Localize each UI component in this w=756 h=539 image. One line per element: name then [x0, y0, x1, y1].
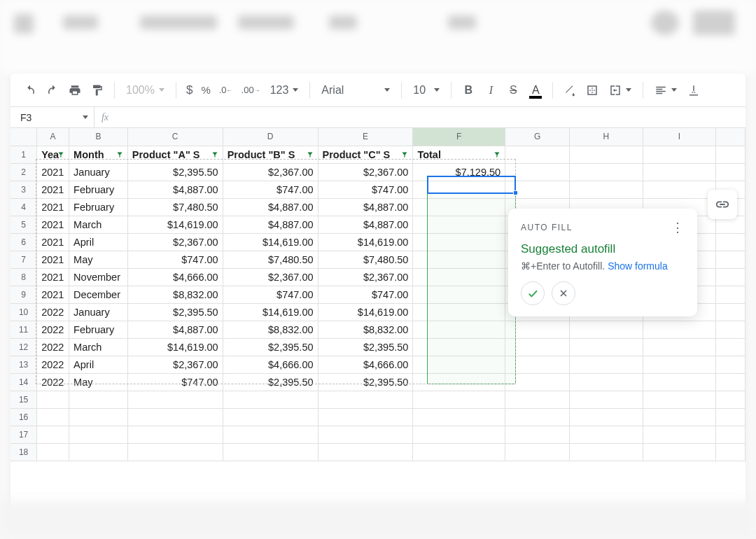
cell[interactable]	[505, 321, 570, 338]
cell[interactable]: $7,480.50	[127, 198, 223, 216]
row-header[interactable]: 7	[10, 251, 37, 268]
cell[interactable]	[716, 356, 746, 373]
cell[interactable]	[716, 303, 746, 321]
cell[interactable]: $14,619.00	[127, 338, 223, 356]
cell[interactable]: $4,887.00	[318, 216, 413, 233]
horizontal-align-dropdown[interactable]	[650, 80, 681, 100]
cell[interactable]: March	[69, 338, 128, 356]
cell[interactable]: 2022	[37, 373, 69, 391]
cell[interactable]	[505, 163, 570, 181]
paint-format-button[interactable]	[88, 80, 107, 100]
autofill-reject-button[interactable]	[552, 281, 575, 305]
header-year[interactable]: Yea	[37, 146, 69, 163]
cell[interactable]	[413, 251, 505, 268]
cell[interactable]	[413, 303, 505, 321]
header-total[interactable]: Total	[413, 146, 505, 163]
print-button[interactable]	[65, 80, 85, 100]
number-format-dropdown[interactable]: 123	[266, 80, 303, 100]
cell[interactable]: April	[69, 356, 128, 373]
formula-input[interactable]	[115, 107, 746, 127]
cell[interactable]: May	[69, 373, 128, 391]
cell[interactable]	[643, 356, 716, 373]
cell[interactable]	[570, 163, 643, 181]
col-header-g[interactable]: G	[505, 128, 570, 146]
merge-cells-dropdown[interactable]	[605, 80, 636, 100]
cell[interactable]: 2021	[37, 181, 69, 198]
autofill-accept-button[interactable]	[521, 281, 545, 305]
cell[interactable]: $8,832.00	[223, 321, 318, 338]
cell[interactable]: $7,480.50	[223, 251, 318, 268]
cell[interactable]	[643, 373, 716, 391]
cell[interactable]: $2,367.00	[223, 163, 318, 181]
cell[interactable]: 2022	[37, 303, 69, 321]
cell[interactable]: $4,887.00	[127, 181, 223, 198]
fill-color-button[interactable]	[560, 80, 580, 100]
row-header[interactable]: 12	[10, 338, 37, 356]
cell[interactable]: $2,395.50	[223, 338, 318, 356]
cell[interactable]: April	[69, 233, 128, 251]
cell[interactable]: January	[69, 303, 128, 321]
row-header[interactable]: 9	[10, 286, 37, 303]
cell[interactable]	[505, 373, 570, 391]
col-header-b[interactable]: B	[69, 128, 128, 146]
cell[interactable]: $2,395.50	[318, 373, 413, 391]
row-header[interactable]: 18	[10, 443, 37, 461]
cell[interactable]: March	[69, 216, 128, 233]
cell[interactable]: $4,666.00	[318, 356, 413, 373]
cell[interactable]: February	[69, 181, 128, 198]
vertical-align-button[interactable]	[684, 80, 704, 100]
cell[interactable]: $4,666.00	[223, 356, 318, 373]
show-formula-link[interactable]: Show formula	[608, 260, 668, 272]
cell[interactable]	[413, 268, 505, 286]
row-header[interactable]: 4	[10, 198, 37, 216]
cell[interactable]	[643, 321, 716, 338]
cell[interactable]: 2021	[37, 216, 69, 233]
cell[interactable]	[716, 251, 746, 268]
strikethrough-button[interactable]: S	[503, 80, 523, 100]
cell[interactable]	[413, 233, 505, 251]
more-options-icon[interactable]: ⋮	[671, 220, 685, 235]
header-product-a[interactable]: Product "A" S	[127, 146, 223, 163]
cell[interactable]	[716, 321, 746, 338]
row-header[interactable]: 10	[10, 303, 37, 321]
cell[interactable]: $747.00	[127, 373, 223, 391]
italic-button[interactable]: I	[481, 80, 500, 100]
row-header[interactable]: 1	[10, 146, 37, 163]
filter-icon[interactable]	[400, 150, 410, 160]
cell[interactable]	[413, 181, 505, 198]
row-header[interactable]: 2	[10, 163, 37, 181]
cell[interactable]: $14,619.00	[318, 303, 413, 321]
cell[interactable]: May	[69, 251, 128, 268]
cell[interactable]	[716, 233, 746, 251]
cell[interactable]: $2,367.00	[318, 163, 413, 181]
cell[interactable]: $14,619.00	[223, 303, 318, 321]
bold-button[interactable]: B	[458, 80, 478, 100]
cell[interactable]	[505, 356, 570, 373]
cell[interactable]	[570, 373, 643, 391]
redo-button[interactable]	[43, 80, 62, 100]
cell[interactable]: 2021	[37, 251, 69, 268]
cell[interactable]	[716, 286, 746, 303]
cell[interactable]: February	[69, 321, 128, 338]
cell[interactable]: 2022	[37, 321, 69, 338]
filter-icon[interactable]	[115, 150, 125, 160]
cell[interactable]: 2021	[37, 198, 69, 216]
increase-decimal-button[interactable]: .00→	[239, 80, 263, 100]
cell[interactable]	[413, 321, 505, 338]
filter-icon[interactable]	[210, 150, 220, 160]
row-header[interactable]: 16	[10, 408, 37, 426]
currency-button[interactable]: $	[183, 80, 195, 100]
header-product-c[interactable]: Product "C" S	[318, 146, 413, 163]
cell[interactable]	[413, 338, 505, 356]
cell[interactable]: $4,887.00	[223, 216, 318, 233]
cell[interactable]	[505, 181, 570, 198]
cell[interactable]	[716, 373, 746, 391]
cell[interactable]: $4,887.00	[223, 198, 318, 216]
cell[interactable]: 2021	[37, 163, 69, 181]
cell[interactable]	[643, 181, 716, 198]
cell[interactable]: $4,887.00	[318, 198, 413, 216]
zoom-dropdown[interactable]: 100%	[122, 80, 169, 100]
header-product-b[interactable]: Product "B" S	[223, 146, 318, 163]
filter-icon[interactable]	[305, 150, 315, 160]
cell[interactable]: $14,619.00	[318, 233, 413, 251]
